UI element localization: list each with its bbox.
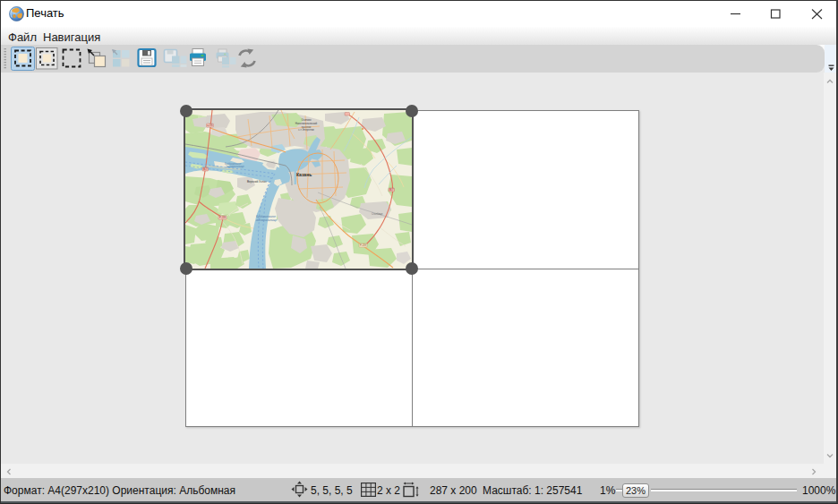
svg-text:Р-239: Р-239 (219, 216, 226, 219)
svg-text:с-т Энергетик: с-т Энергетик (298, 128, 314, 132)
svg-text:Столбище: Столбище (372, 212, 383, 216)
svg-text:Куйбышевское: Куйбышевское (225, 162, 242, 166)
svg-text:а-295: а-295 (207, 124, 213, 127)
svg-text:М-7: М-7 (203, 167, 208, 171)
svg-text:Верхний Услон: Верхний Услон (247, 180, 267, 184)
svg-text:водохранилище: водохранилище (256, 218, 278, 222)
svg-text:водохранилище: водохранилище (227, 165, 244, 168)
svg-text:Казань: Казань (296, 172, 312, 177)
svg-text:Р-239: Р-239 (360, 243, 366, 247)
svg-text:М-7: М-7 (389, 188, 394, 192)
